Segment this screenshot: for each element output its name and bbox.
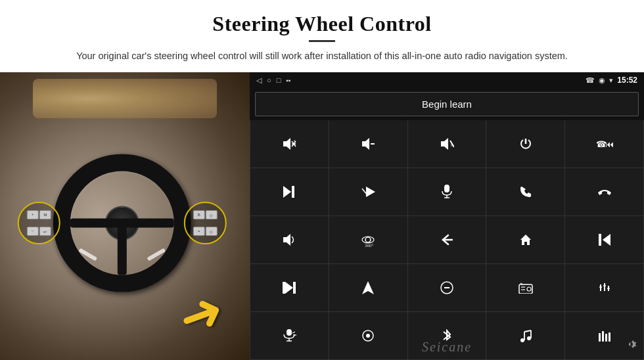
ctrl-vol-up[interactable]: + <box>250 120 329 168</box>
status-bar-left: ◁ ○ □ ▪▪ <box>256 76 290 85</box>
sw-btn-dia2[interactable]: ◇ <box>206 227 218 236</box>
svg-marker-5 <box>362 138 369 150</box>
svg-marker-7 <box>441 138 448 150</box>
svg-rect-13 <box>292 186 294 198</box>
ctrl-mute[interactable]: × <box>408 120 486 168</box>
svg-text:+: + <box>293 138 296 144</box>
sw-btn-back[interactable]: ↩ <box>39 227 51 236</box>
svg-rect-28 <box>293 282 296 294</box>
svg-point-50 <box>520 338 524 342</box>
svg-marker-15 <box>366 187 375 197</box>
back-nav-icon[interactable]: ◁ <box>256 76 262 85</box>
begin-learn-row: Begin learn <box>250 88 644 120</box>
svg-line-46 <box>292 332 295 333</box>
steering-wheel-panel: + M − ↩ B ◇ ≡ ◇ <box>0 72 250 360</box>
ctrl-mic[interactable] <box>408 168 486 215</box>
android-panel-wrapper: ◁ ○ □ ▪▪ ☎ ◉ ▾ 15:52 Begin learn <box>250 72 644 360</box>
sw-spoke-vertical <box>118 223 127 275</box>
svg-marker-12 <box>283 186 291 198</box>
sw-accent-left <box>78 248 97 261</box>
svg-point-49 <box>366 334 370 338</box>
phone-status-icon: ☎ <box>586 76 595 85</box>
sw-btn-dia1[interactable]: ◇ <box>206 210 218 219</box>
ctrl-equalizer[interactable] <box>565 264 643 311</box>
ctrl-skip-fwd[interactable] <box>250 264 329 311</box>
ctrl-home[interactable] <box>486 216 564 263</box>
svg-marker-0 <box>283 138 290 150</box>
home-nav-icon[interactable]: ○ <box>267 76 271 84</box>
status-bar-right: ☎ ◉ ▾ 15:52 <box>586 76 637 85</box>
title-divider <box>309 40 335 42</box>
gps-status-icon: ◉ <box>599 76 605 85</box>
svg-rect-43 <box>287 329 292 336</box>
android-panel: ◁ ○ □ ▪▪ ☎ ◉ ▾ 15:52 Begin learn <box>250 72 644 360</box>
steering-wheel: + M − ↩ B ◇ ≡ ◇ <box>53 154 191 292</box>
content-section: + M − ↩ B ◇ ≡ ◇ <box>0 72 644 360</box>
svg-rect-57 <box>605 334 607 342</box>
wifi-status-icon: ▾ <box>609 76 613 85</box>
ctrl-navigate[interactable] <box>329 264 407 311</box>
svg-text:360°: 360° <box>365 243 374 247</box>
svg-text:×: × <box>450 142 453 148</box>
svg-rect-58 <box>609 332 610 342</box>
ctrl-bluetooth[interactable] <box>408 312 486 359</box>
svg-rect-56 <box>602 331 604 342</box>
ctrl-hang-up[interactable] <box>565 168 643 215</box>
page-title: Steering Wheel Control <box>39 12 605 36</box>
svg-marker-25 <box>603 234 610 246</box>
svg-line-54 <box>524 330 531 332</box>
ctrl-power[interactable] <box>486 120 564 168</box>
page-wrapper: Steering Wheel Control Your original car… <box>0 0 644 360</box>
sw-btn-menu[interactable]: ≡ <box>193 227 205 236</box>
header-section: Steering Wheel Control Your original car… <box>0 0 644 67</box>
sw-accent-right <box>147 248 166 261</box>
ctrl-vol-down[interactable] <box>329 120 407 168</box>
svg-rect-26 <box>283 282 285 294</box>
ctrl-360-camera[interactable]: 360° <box>329 216 407 263</box>
subtitle: Your original car's steering wheel contr… <box>66 49 578 63</box>
ctrl-eject[interactable] <box>408 264 486 311</box>
svg-rect-55 <box>599 333 601 342</box>
svg-marker-19 <box>283 234 290 246</box>
ctrl-radio[interactable] <box>486 264 564 311</box>
svg-rect-16 <box>444 185 449 192</box>
ctrl-horn[interactable] <box>250 216 329 263</box>
ctrl-voice-learn[interactable] <box>250 312 329 359</box>
svg-marker-23 <box>520 235 531 245</box>
begin-learn-button[interactable]: Begin learn <box>255 92 639 116</box>
sw-btn-mode[interactable]: M <box>39 210 51 219</box>
sw-btn-src[interactable]: B <box>193 210 205 219</box>
ctrl-prev-prev[interactable] <box>565 216 643 263</box>
ctrl-music[interactable] <box>486 312 564 359</box>
ctrl-phone[interactable] <box>486 168 564 215</box>
sw-btn-plus[interactable]: + <box>27 210 39 219</box>
ctrl-phone-prev[interactable]: ☎ ⏮ <box>565 120 643 168</box>
controls-grid: + × <box>250 120 644 360</box>
svg-rect-24 <box>599 234 601 246</box>
svg-point-20 <box>365 237 371 242</box>
svg-marker-29 <box>362 281 374 294</box>
ctrl-next[interactable] <box>250 168 329 215</box>
svg-point-33 <box>527 287 531 291</box>
svg-marker-27 <box>285 282 293 294</box>
ctrl-fast-fwd-x[interactable] <box>329 168 407 215</box>
sw-dashboard <box>33 79 217 118</box>
gear-icon[interactable] <box>623 336 639 356</box>
svg-point-51 <box>527 336 531 340</box>
signal-icon: ▪▪ <box>286 77 290 84</box>
status-time: 15:52 <box>617 76 637 85</box>
sw-btn-minus[interactable]: − <box>27 227 39 236</box>
ctrl-back[interactable] <box>408 216 486 263</box>
status-bar: ◁ ○ □ ▪▪ ☎ ◉ ▾ 15:52 <box>250 72 644 88</box>
svg-text:⏮: ⏮ <box>605 139 613 149</box>
ctrl-settings-btn[interactable] <box>329 312 407 359</box>
left-button-circle: + M − ↩ <box>18 202 60 244</box>
right-button-circle: B ◇ ≡ ◇ <box>184 202 227 244</box>
sw-ring: + M − ↩ B ◇ ≡ ◇ <box>53 154 191 292</box>
svg-rect-32 <box>519 284 532 294</box>
recents-nav-icon[interactable]: □ <box>277 76 281 84</box>
